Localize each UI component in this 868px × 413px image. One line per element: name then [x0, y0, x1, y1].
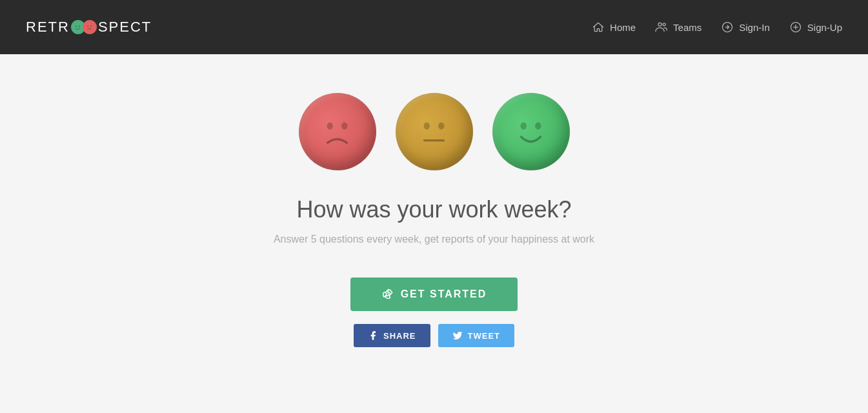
svg-point-3 [90, 25, 92, 26]
sad-face-svg [313, 108, 361, 156]
twitter-icon [452, 330, 463, 341]
nav-signin[interactable]: Sign-In [721, 21, 770, 34]
rocket-icon [381, 288, 394, 301]
nav-signin-label: Sign-In [739, 22, 770, 33]
nav-signup[interactable]: Sign-Up [789, 21, 842, 34]
happy-face [492, 93, 570, 170]
svg-point-1 [79, 25, 80, 26]
svg-point-15 [388, 292, 390, 294]
tweet-button[interactable]: TWEET [438, 324, 515, 347]
emoji-row [299, 93, 570, 170]
svg-point-4 [658, 23, 661, 26]
signup-icon [789, 21, 802, 34]
nav-links: Home Teams Sign-In Sign [592, 21, 842, 34]
svg-point-14 [535, 122, 541, 129]
home-icon [592, 21, 605, 34]
logo: RETR SPECT [26, 19, 152, 35]
logo-text-part1: RETR [26, 19, 70, 35]
frown-icon [85, 23, 94, 32]
neutral-face-svg [410, 108, 458, 156]
get-started-button[interactable]: GET STARTED [350, 277, 518, 311]
happy-face-svg [507, 108, 555, 156]
get-started-label: GET STARTED [401, 288, 487, 300]
nav-home[interactable]: Home [592, 21, 636, 34]
sad-face [299, 93, 376, 170]
svg-point-5 [663, 23, 665, 26]
neutral-face [396, 93, 473, 170]
smile-icon [74, 23, 82, 32]
social-row: SHARE TWEET [354, 324, 514, 347]
signin-icon [721, 21, 734, 34]
nav-teams-label: Teams [673, 22, 701, 33]
svg-point-9 [341, 122, 347, 129]
nav-signup-label: Sign-Up [807, 22, 842, 33]
logo-text-part2: SPECT [98, 19, 152, 35]
svg-point-10 [424, 122, 430, 129]
logo-icon-group [71, 20, 97, 34]
headline: How was your work week? [296, 196, 571, 223]
navbar: RETR SPECT [0, 0, 868, 54]
share-button[interactable]: SHARE [354, 324, 430, 347]
facebook-icon [368, 330, 378, 341]
nav-home-label: Home [610, 22, 636, 33]
svg-point-13 [521, 122, 527, 129]
teams-icon [655, 21, 668, 34]
subline: Answer 5 questions every week, get repor… [274, 234, 594, 245]
svg-point-0 [76, 25, 77, 26]
svg-point-11 [438, 122, 444, 129]
tweet-label: TWEET [468, 331, 501, 341]
nav-teams[interactable]: Teams [655, 21, 701, 34]
svg-point-8 [327, 122, 333, 129]
svg-point-2 [88, 25, 89, 26]
share-label: SHARE [383, 331, 416, 341]
main-content: How was your work week? Answer 5 questio… [0, 54, 868, 347]
logo-red-dot [83, 20, 97, 34]
